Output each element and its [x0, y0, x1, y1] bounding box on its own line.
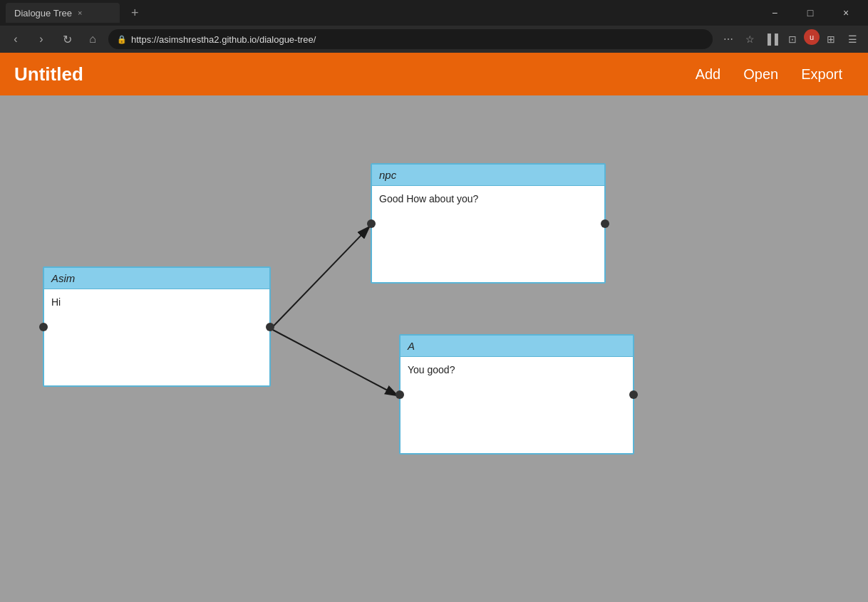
- settings-btn[interactable]: ☰: [842, 29, 862, 49]
- reload-btn[interactable]: ↻: [57, 29, 77, 49]
- app-title: Untitled: [14, 63, 684, 85]
- tab-title: Dialogue Tree: [14, 8, 72, 19]
- connector-left-npc[interactable]: [367, 219, 376, 228]
- tab-close-btn[interactable]: ×: [78, 9, 82, 17]
- connector-right-a[interactable]: [629, 390, 638, 399]
- forward-btn[interactable]: ›: [31, 29, 51, 49]
- connector-right-npc[interactable]: [601, 219, 609, 228]
- connector-right-asim[interactable]: [266, 323, 274, 331]
- maximize-btn[interactable]: □: [794, 0, 827, 26]
- window-close-btn[interactable]: ×: [830, 0, 862, 26]
- window-controls: − □ ×: [758, 0, 862, 26]
- title-bar: Dialogue Tree × + − □ ×: [0, 0, 868, 26]
- grid-btn[interactable]: ⊞: [821, 29, 841, 49]
- export-btn[interactable]: Export: [790, 61, 854, 88]
- canvas-area[interactable]: AsimHinpcGood How about you?AYou good?: [0, 95, 868, 602]
- lock-icon: 🔒: [117, 35, 127, 44]
- url-text: https://asimshrestha2.github.io/dialogue…: [131, 34, 704, 45]
- browser-tab[interactable]: Dialogue Tree ×: [6, 3, 120, 23]
- connector-left-a[interactable]: [396, 390, 404, 399]
- node-body-npc[interactable]: Good How about you?: [372, 186, 604, 282]
- menu-btn[interactable]: ⋯: [718, 29, 738, 49]
- node-header-asim: Asim: [44, 268, 269, 289]
- add-btn[interactable]: Add: [684, 61, 733, 88]
- node-a[interactable]: AYou good?: [399, 334, 634, 455]
- open-btn[interactable]: Open: [732, 61, 790, 88]
- arrow-0: [271, 226, 371, 329]
- star-btn[interactable]: ☆: [740, 29, 760, 49]
- node-header-npc: npc: [372, 165, 604, 186]
- node-asim[interactable]: AsimHi: [43, 266, 271, 387]
- app-header: Untitled Add Open Export: [0, 53, 868, 95]
- node-body-a[interactable]: You good?: [401, 357, 633, 453]
- node-header-a: A: [401, 336, 633, 357]
- new-tab-btn[interactable]: +: [125, 6, 145, 21]
- url-bar[interactable]: 🔒 https://asimshrestha2.github.io/dialog…: [108, 29, 713, 49]
- node-npc[interactable]: npcGood How about you?: [371, 163, 606, 284]
- browser-actions: ⋯ ☆ ▐▐ ⊡ u ⊞ ☰: [718, 29, 862, 49]
- node-body-asim[interactable]: Hi: [44, 289, 269, 385]
- bookmarks-btn[interactable]: ▐▐: [761, 29, 781, 49]
- minimize-btn[interactable]: −: [758, 0, 791, 26]
- address-bar: ‹ › ↻ ⌂ 🔒 https://asimshrestha2.github.i…: [0, 26, 868, 53]
- extension-icon[interactable]: u: [804, 29, 820, 45]
- arrow-1: [271, 329, 399, 397]
- connector-left-asim[interactable]: [39, 323, 48, 331]
- home-btn[interactable]: ⌂: [83, 29, 103, 49]
- browser-window: Dialogue Tree × + − □ × ‹ › ↻ ⌂ 🔒 https:…: [0, 0, 868, 602]
- split-btn[interactable]: ⊡: [782, 29, 802, 49]
- back-btn[interactable]: ‹: [6, 29, 26, 49]
